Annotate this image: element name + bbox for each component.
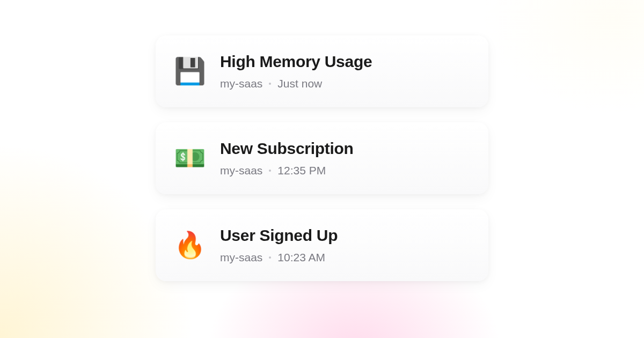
floppy-disk-icon: 💾	[175, 56, 205, 86]
notification-time: 10:23 AM	[277, 251, 325, 264]
notification-project: my-saas	[220, 251, 262, 264]
notification-time: 12:35 PM	[277, 164, 326, 177]
notification-title: User Signed Up	[220, 226, 338, 245]
notification-meta: my-saas Just now	[220, 77, 372, 90]
notification-card[interactable]: 💾 High Memory Usage my-saas Just now	[156, 35, 488, 107]
separator-dot	[269, 256, 271, 259]
separator-dot	[269, 83, 271, 85]
notification-project: my-saas	[220, 164, 262, 177]
notification-content: New Subscription my-saas 12:35 PM	[220, 139, 354, 177]
notification-meta: my-saas 12:35 PM	[220, 164, 354, 177]
notification-card[interactable]: 🔥 User Signed Up my-saas 10:23 AM	[156, 209, 488, 281]
money-icon: 💵	[175, 143, 205, 173]
notification-meta: my-saas 10:23 AM	[220, 251, 338, 264]
notification-project: my-saas	[220, 77, 262, 90]
notification-title: New Subscription	[220, 139, 354, 158]
separator-dot	[269, 170, 271, 172]
notification-title: High Memory Usage	[220, 53, 372, 71]
notification-content: User Signed Up my-saas 10:23 AM	[220, 226, 338, 264]
fire-icon: 🔥	[175, 230, 205, 260]
notification-content: High Memory Usage my-saas Just now	[220, 53, 372, 90]
notification-list: 💾 High Memory Usage my-saas Just now 💵 N…	[0, 0, 644, 338]
notification-card[interactable]: 💵 New Subscription my-saas 12:35 PM	[156, 122, 488, 194]
notification-time: Just now	[277, 77, 322, 90]
